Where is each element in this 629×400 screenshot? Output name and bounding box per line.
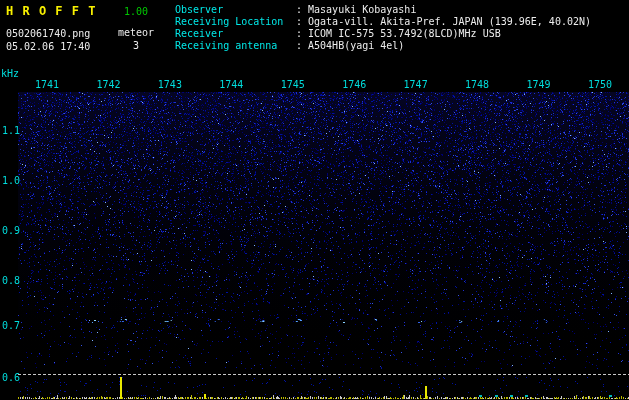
info-value: : A504HB(yagi 4el): [296, 40, 404, 51]
info-label: Receiving Location: [175, 16, 296, 28]
app-version: 1.00: [124, 6, 148, 17]
info-label: Receiving antenna: [175, 40, 296, 52]
info-row: Receiving antenna: A504HB(yagi 4el): [175, 40, 591, 52]
spectrogram-canvas: [0, 0, 629, 400]
mode-label: meteor: [118, 27, 154, 38]
station-info: Observer: Masayuki KobayashiReceiving Lo…: [175, 4, 591, 52]
info-row: Receiving Location: Ogata-vill. Akita-Pr…: [175, 16, 591, 28]
info-row: Receiver: ICOM IC-575 53.7492(8LCD)MHz U…: [175, 28, 591, 40]
output-filename: 0502061740.png: [6, 28, 90, 39]
info-label: Observer: [175, 4, 296, 16]
info-label: Receiver: [175, 28, 296, 40]
info-row: Observer: Masayuki Kobayashi: [175, 4, 591, 16]
info-value: : Masayuki Kobayashi: [296, 4, 416, 15]
info-value: : ICOM IC-575 53.7492(8LCD)MHz USB: [296, 28, 501, 39]
hrofft-output-image: H R O F F T 1.00 0502061740.png meteor 0…: [0, 0, 629, 400]
app-title: H R O F F T: [6, 4, 96, 18]
info-value: : Ogata-vill. Akita-Pref. JAPAN (139.96E…: [296, 16, 591, 27]
timestamp: 05.02.06 17:40: [6, 41, 90, 52]
freq-axis-unit: kHz: [1, 68, 19, 79]
meteor-count: 3: [133, 40, 139, 51]
